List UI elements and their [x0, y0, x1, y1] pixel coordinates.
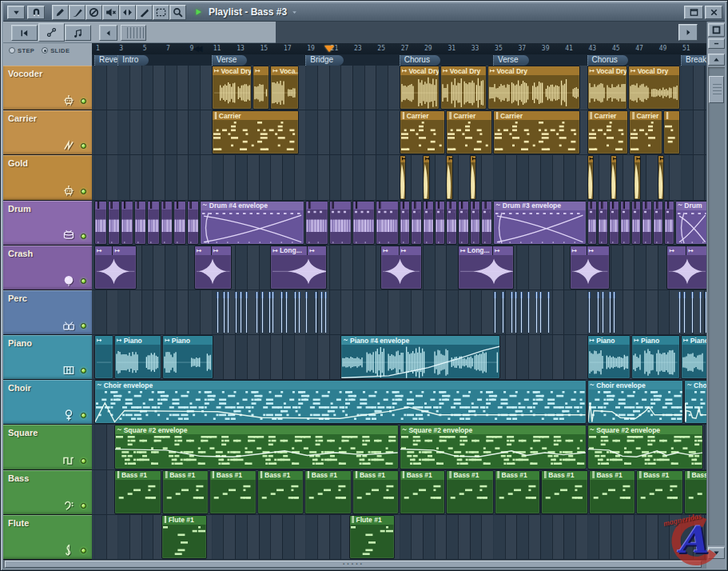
piano-clip[interactable]: ↦Piano — [587, 335, 631, 379]
percussion-hit-clip[interactable] — [294, 292, 296, 333]
drum-pattern-clip[interactable]: ‖ — [161, 201, 173, 245]
delete-tool-button[interactable] — [86, 5, 102, 20]
v-scrollbar[interactable] — [706, 22, 725, 560]
track-mute-led[interactable] — [81, 98, 86, 104]
track-mute-led[interactable] — [81, 323, 86, 329]
track-lane-vocoder[interactable]: ↦Vocal Dry↦↦Voca...↦Vocal Dry↦Vocal Dry↦… — [92, 66, 706, 110]
v-scroll-track[interactable] — [708, 67, 725, 545]
percussion-hit-clip[interactable] — [235, 292, 237, 333]
snap-magnet-button[interactable] — [27, 6, 45, 19]
percussion-hit-clip[interactable] — [588, 292, 591, 333]
track-mute-led[interactable] — [81, 548, 86, 553]
track-header-flute[interactable]: Flute — [3, 515, 92, 560]
bass-#1-clip[interactable]: ‖Bass #1 — [352, 470, 399, 514]
percussion-hit-clip[interactable] — [699, 292, 702, 333]
draw-tool-button[interactable] — [52, 5, 69, 20]
percussion-hit-clip[interactable] — [511, 292, 513, 333]
track-mute-led[interactable] — [81, 503, 86, 509]
drum-pattern-clip[interactable]: ‖ — [305, 201, 328, 245]
piano-clip[interactable]: ↦Piano — [631, 335, 680, 379]
drum-pattern-clip[interactable]: ‖ — [620, 201, 631, 245]
select-tool-button[interactable] — [153, 5, 169, 20]
drum-pattern-clip[interactable]: ‖ — [121, 201, 133, 245]
percussion-hit-clip[interactable] — [683, 292, 686, 333]
percussion-hit-clip[interactable] — [597, 292, 599, 333]
choir-envelope-clip[interactable]: ~Choir envelope — [94, 380, 587, 424]
bass-#1-clip[interactable]: ‖Bass #1 — [400, 470, 446, 514]
snap-option-slide[interactable]: SLIDE — [42, 46, 70, 54]
drum-pattern-clip[interactable]: ‖ — [598, 201, 608, 245]
track-header-vocoder[interactable]: Vocoder — [3, 66, 92, 110]
percussion-hit-clip[interactable] — [285, 292, 288, 333]
vocal-dry-clip[interactable]: ↦Vocal Dry — [487, 66, 580, 110]
percussion-hit-clip[interactable] — [305, 292, 308, 333]
percussion-hit-clip[interactable] — [547, 292, 550, 333]
carrier-clip[interactable]: ‖Carrier — [493, 110, 580, 154]
square-#2-envelope-clip[interactable]: ~Square #2 envelope — [587, 425, 704, 469]
track-mute-led[interactable] — [81, 368, 86, 373]
section-marker-chorus[interactable]: Chorus — [587, 55, 628, 66]
carrier-clip[interactable]: ‖Carrier — [629, 110, 662, 154]
automation-tab[interactable] — [38, 23, 65, 42]
bass-#1-clip[interactable]: ‖Bass #1 — [209, 470, 257, 514]
playhead-marker[interactable] — [324, 46, 334, 52]
options-dropdown-button[interactable] — [7, 6, 25, 19]
track-lane-carrier[interactable]: ‖Carrier‖Carrier‖Carrier‖Carrier‖Carrier… — [92, 110, 706, 155]
square-#2-envelope-clip[interactable]: ~Square #2 envelope — [400, 425, 587, 469]
drum-pattern-clip[interactable]: ‖ — [94, 201, 107, 245]
track-header-bass[interactable]: Bass — [3, 470, 92, 515]
drum-pattern-clip[interactable]: ‖ — [470, 201, 481, 245]
percussion-hit-clip[interactable] — [515, 292, 517, 333]
drum-pattern-clip[interactable]: ‖ — [664, 201, 674, 245]
choir-envelope-clip[interactable]: ~Choir envelope — [684, 380, 706, 424]
percussion-hit-clip[interactable] — [261, 292, 264, 333]
bass-#1-clip[interactable]: ‖Bass #1 — [495, 470, 541, 514]
v-scroll-thumb[interactable] — [709, 76, 724, 103]
drum-pattern-clip[interactable]: ‖ — [134, 201, 147, 245]
drum-pattern-clip[interactable]: ‖ — [147, 201, 160, 245]
drum-pattern-clip[interactable]: ‖ — [587, 201, 598, 245]
vocal-dry-clip[interactable]: ↦Vocal Dry — [587, 66, 627, 110]
track-lane-piano[interactable]: ↦↦Piano↦Piano~Piano #4 envelope↦Piano↦Pi… — [92, 335, 706, 380]
vocal-dry-clip[interactable]: ↦Vocal Dry — [212, 66, 252, 110]
crash-audio-clip[interactable]: ↦Long...↦ — [458, 246, 513, 289]
choir-envelope-clip[interactable]: ~Choir envelope — [587, 380, 684, 424]
carrier-clip[interactable]: ‖Carrier — [587, 110, 629, 154]
drum-pattern-clip[interactable]: ‖ — [642, 201, 652, 245]
percussion-hit-clip[interactable] — [678, 292, 681, 333]
audio-clip[interactable]: ↦ — [253, 66, 269, 110]
track-lane-square[interactable]: ~Square #2 envelope~Square #2 envelope~S… — [92, 425, 706, 469]
bass-#1-clip[interactable]: ‖Bass #1 — [446, 470, 493, 514]
carrier-clip[interactable]: ‖Carrier — [400, 110, 446, 154]
percussion-hit-clip[interactable] — [298, 292, 300, 333]
percussion-hit-clip[interactable] — [245, 292, 248, 333]
titlebar[interactable]: Playlist - Bass #3 — [3, 3, 725, 22]
percussion-hit-clip[interactable] — [691, 292, 694, 333]
track-header-gold[interactable]: Gold — [3, 155, 92, 200]
bass-#1-clip[interactable]: ‖Bass #1 — [636, 470, 683, 514]
track-lane-flute[interactable]: ‖Flute #1‖Flute #1 — [92, 515, 706, 560]
track-lane-perc[interactable] — [92, 290, 706, 335]
section-marker-intro[interactable]: Intro — [117, 55, 149, 66]
bass-#1-clip[interactable]: ‖Bass #1 — [304, 470, 352, 514]
scroll-up-button[interactable] — [708, 54, 725, 66]
audio-sliver-clip[interactable]: ↦ — [400, 155, 407, 199]
track-header-carrier[interactable]: Carrier — [3, 110, 92, 155]
drum-pattern-clip[interactable]: ‖ — [609, 201, 619, 245]
audio-sliver-clip[interactable]: ↦ — [423, 155, 430, 199]
crash-audio-clip[interactable]: ↦Long...↦ — [270, 246, 327, 289]
track-mute-led[interactable] — [81, 143, 86, 149]
timeline-ruler[interactable]: 1357911131517192123252729313335373941434… — [92, 43, 706, 54]
track-lane-bass[interactable]: ‖Bass #1‖Bass #1‖Bass #1‖Bass #1‖Bass #1… — [92, 470, 706, 515]
section-marker-verse[interactable]: Verse — [212, 55, 248, 66]
percussion-hit-clip[interactable] — [240, 292, 242, 333]
voca--clip[interactable]: ↦Voca... — [270, 66, 299, 110]
drum-pattern-clip[interactable]: ‖ — [376, 201, 398, 245]
crash-audio-clip[interactable]: ↦↦ — [194, 246, 232, 289]
audio-sliver-clip[interactable]: ↦ — [611, 155, 618, 199]
audio-clip[interactable]: ↦ — [94, 335, 113, 379]
drum-pattern-clip[interactable]: ‖ — [329, 201, 352, 245]
drum-pattern-clip[interactable]: ‖ — [173, 201, 186, 245]
piano-clip[interactable]: ↦Piano — [681, 335, 706, 379]
track-mute-led[interactable] — [81, 413, 86, 418]
